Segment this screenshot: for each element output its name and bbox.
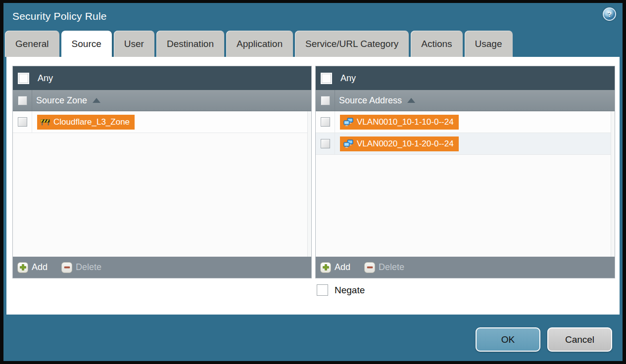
source-zone-row-checkbox[interactable] (18, 117, 27, 127)
source-address-add-button[interactable]: Add (320, 262, 350, 273)
tab-bar: General Source User Destination Applicat… (5, 31, 513, 57)
source-address-row[interactable]: VLAN0020_10-1-20-0--24 (316, 133, 615, 155)
question-mark-glyph: ? (607, 10, 612, 18)
source-address-row-label: VLAN0020_10-1-20-0--24 (357, 139, 454, 149)
source-zone-footer: Add Delete (13, 257, 311, 278)
source-zone-any-bar: Any (13, 66, 311, 90)
source-address-any-bar: Any (316, 66, 615, 90)
tab-usage[interactable]: Usage (465, 31, 513, 57)
source-zone-any-label: Any (38, 73, 53, 84)
source-address-select-all-checkbox[interactable] (321, 96, 330, 105)
zone-icon (41, 118, 50, 126)
tab-general[interactable]: General (5, 31, 59, 57)
source-address-delete-button[interactable]: Delete (364, 262, 404, 273)
tab-user[interactable]: User (114, 31, 154, 57)
address-icon (343, 139, 353, 148)
source-zone-panel: Any Source Zone (12, 66, 312, 278)
source-address-chip[interactable]: VLAN0020_10-1-20-0--24 (340, 136, 459, 151)
source-address-row-checkbox[interactable] (321, 117, 330, 127)
source-address-footer: Add Delete (316, 257, 615, 278)
tab-application[interactable]: Application (226, 31, 293, 57)
address-icon (343, 118, 353, 127)
source-zone-row-label: Cloudflare_L3_Zone (53, 117, 130, 127)
tab-destination[interactable]: Destination (156, 31, 224, 57)
source-zone-add-button[interactable]: Add (17, 262, 48, 273)
source-zone-column-header[interactable]: Source Zone (13, 90, 311, 111)
tab-service-url-category[interactable]: Service/URL Category (295, 31, 409, 57)
source-address-column-label: Source Address (339, 95, 402, 106)
plus-icon (17, 262, 28, 273)
minus-icon (364, 262, 375, 273)
delete-label: Delete (379, 262, 404, 273)
add-label: Add (32, 262, 48, 273)
source-tab-content: Any Source Zone (6, 57, 620, 315)
delete-label: Delete (76, 262, 101, 273)
source-address-column-header[interactable]: Source Address (316, 90, 615, 111)
source-address-row[interactable]: VLAN0010_10-1-10-0--24 (316, 111, 615, 133)
negate-checkbox[interactable] (317, 284, 328, 296)
ok-button[interactable]: OK (476, 327, 540, 352)
source-zone-column-label: Source Zone (36, 95, 87, 106)
source-zone-delete-button[interactable]: Delete (61, 262, 101, 273)
scrollbar-track[interactable] (307, 111, 311, 257)
tab-source[interactable]: Source (61, 31, 112, 57)
security-policy-rule-dialog: Security Policy Rule ? General Source Us… (3, 3, 623, 361)
minus-icon (61, 262, 72, 273)
source-zone-any-checkbox[interactable] (18, 73, 29, 84)
source-address-row-label: VLAN0010_10-1-10-0--24 (357, 117, 454, 127)
plus-icon (320, 262, 331, 273)
source-address-any-checkbox[interactable] (321, 73, 332, 84)
sort-ascending-icon (407, 98, 415, 103)
source-address-list: VLAN0010_10-1-10-0--24 (316, 111, 615, 257)
source-zone-chip[interactable]: Cloudflare_L3_Zone (37, 115, 135, 130)
scrollbar-track[interactable] (611, 111, 615, 257)
add-label: Add (335, 262, 350, 273)
help-icon[interactable]: ? (603, 7, 616, 21)
source-address-row-checkbox[interactable] (321, 139, 330, 148)
source-address-panel: Any Source Address (315, 66, 615, 278)
source-address-chip[interactable]: VLAN0010_10-1-10-0--24 (340, 115, 459, 130)
source-zone-list: Cloudflare_L3_Zone (13, 111, 311, 257)
source-zone-select-all-checkbox[interactable] (18, 96, 27, 105)
tab-actions[interactable]: Actions (411, 31, 462, 57)
source-zone-row[interactable]: Cloudflare_L3_Zone (13, 111, 311, 133)
negate-row: Negate (317, 284, 365, 296)
sort-ascending-icon (93, 98, 100, 103)
cancel-button[interactable]: Cancel (547, 327, 612, 352)
negate-label: Negate (335, 285, 365, 296)
dialog-title: Security Policy Rule (12, 10, 107, 22)
source-address-any-label: Any (340, 73, 356, 84)
